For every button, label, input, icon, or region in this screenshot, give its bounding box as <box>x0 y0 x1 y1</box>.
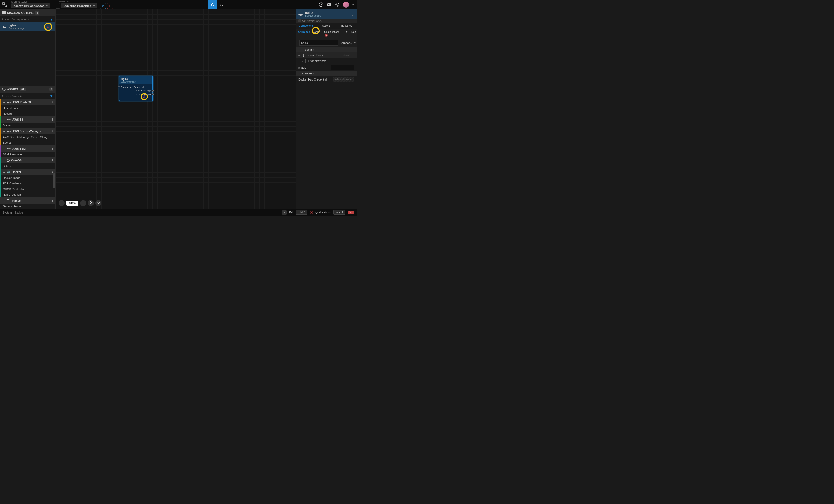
svg-rect-25 <box>300 14 301 14</box>
docker-hub-label: Docker Hub Credential <box>299 78 327 81</box>
subtab-debug[interactable]: Debug <box>349 30 357 38</box>
type-select[interactable]: Compon... <box>340 41 356 44</box>
asset-item[interactable]: Secret <box>0 140 55 146</box>
name-input[interactable] <box>300 40 338 46</box>
asset-category[interactable]: ⌄ 🐳 Docker4 <box>0 169 55 175</box>
chevron-down-icon[interactable] <box>352 4 354 5</box>
footer-qualifications-label[interactable]: Qualifications <box>315 211 331 214</box>
app-logo[interactable] <box>0 0 9 9</box>
search-icon <box>2 18 5 21</box>
user-avatar[interactable] <box>343 2 349 8</box>
workspace-select[interactable]: adam's dev workspace <box>11 3 50 8</box>
svg-rect-18 <box>5 26 5 27</box>
outline-item-nginx[interactable]: nginx Docker Image <box>0 22 55 31</box>
asset-item[interactable]: AWS SecretsManager Secret String <box>0 134 55 140</box>
edit-icon[interactable]: 𝙸 <box>353 53 355 57</box>
canvas[interactable]: nginx Docker Image Docker Hub Credential… <box>56 9 295 209</box>
asset-item[interactable]: Generic Frame <box>0 203 55 209</box>
highlight-marker <box>141 93 148 100</box>
plus-icon: + <box>299 19 301 22</box>
filter-icon[interactable]: ▼ <box>50 94 53 98</box>
delete-changeset[interactable] <box>107 3 113 9</box>
add-array-item-button[interactable]: + Add array item <box>305 59 328 63</box>
asset-item[interactable]: GHCR Credential <box>0 186 55 192</box>
zoom-view-button[interactable] <box>95 200 102 206</box>
outline-spacer <box>0 31 55 86</box>
secrets-header[interactable]: ⌄ ≡ secrets <box>296 71 357 76</box>
tab-actions[interactable]: Actions <box>316 23 336 29</box>
main-tabs: Component Actions Resource <box>296 23 357 29</box>
asset-category[interactable]: ⌄ CoreOS1 <box>0 157 55 163</box>
domain-label: domain <box>305 48 314 51</box>
exposed-ports-hint: (empty) <box>344 54 351 56</box>
chevron-down-icon: ⌄ <box>3 171 5 174</box>
changeset-prev[interactable]: › <box>56 3 60 9</box>
asset-item[interactable]: Docker Image <box>0 175 55 181</box>
tilde-icon[interactable]: ~ <box>282 211 287 215</box>
changeset-label: CHANGE SET: <box>56 0 113 3</box>
merge-button[interactable] <box>100 3 106 9</box>
changeset-select[interactable]: Exploring Properties <box>61 3 97 8</box>
assets-search-input[interactable] <box>5 94 50 97</box>
outline-search-row: ▼ <box>0 16 55 22</box>
asset-item[interactable]: Bucket <box>0 123 55 128</box>
subtab-diff[interactable]: Diff <box>342 30 349 38</box>
chevron-down-icon: ⌄ <box>3 130 5 133</box>
asset-item[interactable]: ECR Credential <box>0 181 55 186</box>
asset-item[interactable]: Butane <box>0 163 55 169</box>
svg-rect-27 <box>300 13 301 13</box>
node-nginx[interactable]: nginx Docker Image Docker Hub Credential… <box>119 76 153 101</box>
footer-brand: System Initiative <box>3 211 23 214</box>
filter-icon[interactable]: ▼ <box>50 17 53 21</box>
subtab-attributes[interactable]: Attributes <box>296 30 312 38</box>
asset-item[interactable]: Hosted Zone <box>0 105 55 111</box>
domain-header[interactable]: ⌄ ≡ domain <box>296 47 357 52</box>
asset-item[interactable]: Record <box>0 111 55 116</box>
workspace-group: WORKSPACE: adam's dev workspace <box>9 0 54 9</box>
zoom-out-button[interactable]: − <box>59 200 65 206</box>
zoom-value: 100% <box>66 200 79 205</box>
type-select-label: Compon... <box>340 41 353 44</box>
name-row: Compon... <box>296 39 357 47</box>
chevron-down-icon: ⌄ <box>3 159 5 162</box>
asset-category[interactable]: ⌄ aws AWS SecretsManager2 <box>0 128 55 134</box>
help-icon[interactable]: ? <box>319 2 324 7</box>
output-port[interactable] <box>152 93 154 95</box>
image-row: image 𝙸 <box>296 64 357 71</box>
discord-icon[interactable] <box>327 2 332 7</box>
list-icon: ≡ <box>302 72 303 75</box>
asset-item[interactable]: SSM Parameter <box>0 152 55 157</box>
asset-category-count: 4 <box>52 171 53 174</box>
secret-input[interactable]: select/add secret <box>333 77 354 82</box>
asset-category[interactable]: ⌄ aws AWS SSM1 <box>0 146 55 152</box>
workspace-value: adam's dev workspace <box>14 4 44 7</box>
asset-list[interactable]: ⌄ aws AWS Route532Hosted ZoneRecord⌄ aws… <box>0 99 55 209</box>
component-menu[interactable]: ⋮ <box>351 12 354 16</box>
asset-category[interactable]: ⌄ aws AWS S31 <box>0 116 55 123</box>
model-mode-tab[interactable] <box>208 0 217 9</box>
asset-item[interactable]: Hub Credential <box>0 192 55 197</box>
chevron-down-icon <box>93 5 95 6</box>
exposed-ports-header[interactable]: ⌄ [ ] ExposedPorts (empty) 𝙸 <box>296 52 357 58</box>
scrollbar-thumb[interactable] <box>53 173 55 188</box>
lab-mode-tab[interactable] <box>217 0 226 9</box>
input-port[interactable] <box>118 86 120 88</box>
asset-category[interactable]: ⌄ Frames1 <box>0 197 55 203</box>
output-port[interactable] <box>152 90 154 92</box>
node-input-label: Docker Hub Credential <box>121 86 144 88</box>
gear-icon[interactable] <box>335 2 340 7</box>
svg-point-7 <box>211 5 212 6</box>
zoom-in-button[interactable]: + <box>80 200 86 206</box>
footer-diff-label[interactable]: Diff <box>289 211 293 214</box>
asset-category-name: Docker <box>12 171 21 174</box>
subtab-qualifications[interactable]: Qualifications1 <box>322 30 342 38</box>
footer-error-badge[interactable]: ⊘1 <box>348 211 354 214</box>
outline-search-input[interactable] <box>5 18 50 21</box>
tab-resource[interactable]: Resource <box>336 23 357 29</box>
image-input[interactable] <box>331 65 354 70</box>
zoom-help-button[interactable]: ? <box>88 200 94 206</box>
asset-category[interactable]: ⌄ aws AWS Route532 <box>0 99 55 105</box>
right-panel: nginx Docker Image ⋮ + just now by adam … <box>295 9 357 209</box>
assets-help-icon[interactable]: ? <box>49 87 53 91</box>
asset-category-count: 2 <box>52 130 53 133</box>
